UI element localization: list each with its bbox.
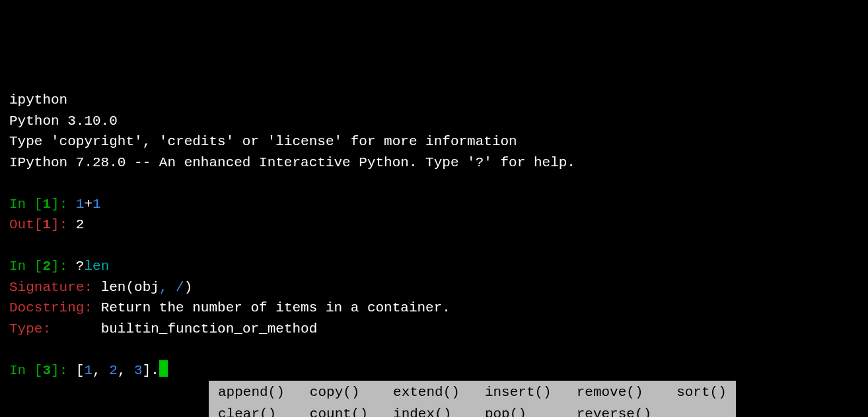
terminal[interactable]: ipython Python 3.10.0 Type 'copyright', … (9, 90, 859, 417)
completion-item[interactable]: clear() (218, 404, 310, 417)
completion-item[interactable]: count() (310, 404, 393, 417)
completion-item[interactable]: append() (218, 382, 310, 404)
ipython-info: IPython 7.28.0 -- An enhanced Interactiv… (9, 155, 575, 170)
in-prompt-2: In [2]: (9, 259, 76, 274)
input-expr-3[interactable]: [1, 2, 3]. (76, 363, 159, 378)
completion-item[interactable]: insert() (485, 382, 577, 404)
completion-item[interactable]: sort() (676, 382, 727, 404)
completion-item[interactable]: reverse() (577, 404, 676, 417)
completion-item[interactable]: copy() (310, 382, 393, 404)
cursor-icon (159, 360, 168, 377)
input-expr-2[interactable]: ?len (76, 259, 109, 274)
blank-line (9, 236, 859, 257)
in-prompt-1: In [1]: (9, 197, 76, 212)
type-line: Type: builtin_function_or_method (9, 321, 317, 337)
blank-line (9, 339, 859, 360)
command-line: ipython (9, 92, 67, 108)
completion-item[interactable]: extend() (393, 382, 485, 404)
output-value-1: 2 (76, 217, 85, 232)
completion-item[interactable]: index() (393, 404, 485, 417)
blank-line (9, 173, 859, 194)
docstring-line: Docstring: Return the number of items in… (9, 300, 451, 315)
signature-line: Signature: len(obj, /) (9, 280, 192, 295)
copyright-line: Type 'copyright', 'credits' or 'license'… (9, 134, 517, 149)
completion-menu[interactable]: append()copy()extend()insert()remove()so… (209, 381, 736, 417)
in-prompt-3: In [3]: (9, 363, 76, 378)
python-version: Python 3.10.0 (9, 113, 118, 129)
input-expr-1[interactable]: 1+1 (76, 197, 101, 212)
out-prompt-1: Out[1]: (9, 217, 76, 232)
completion-item[interactable]: pop() (485, 404, 577, 417)
completion-item[interactable]: remove() (577, 382, 676, 404)
